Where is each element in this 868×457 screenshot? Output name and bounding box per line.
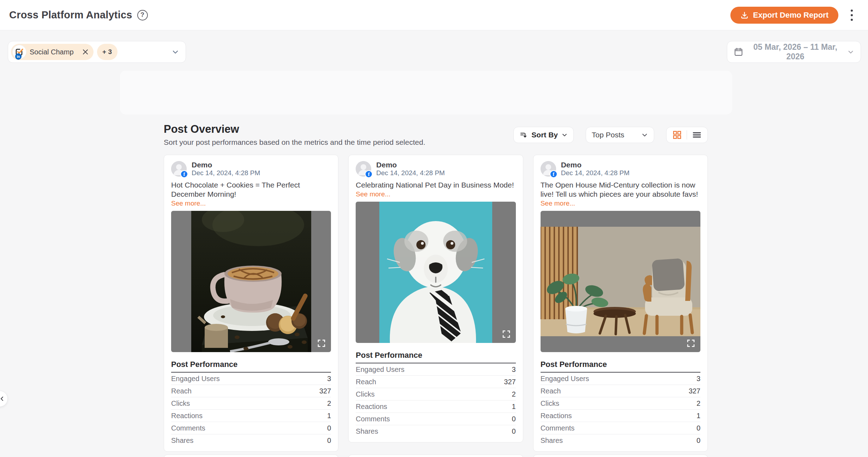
- avatar: f: [356, 161, 371, 177]
- metric-row: Reactions1: [171, 410, 331, 422]
- section-subtitle: Sort your post performances based on the…: [164, 138, 425, 147]
- avatar: f: [541, 161, 556, 177]
- post-text: The Open House Mid-Century collection is…: [541, 180, 700, 199]
- post-overview-section: Post Overview Sort your post performance…: [164, 123, 708, 457]
- view-toggle: [666, 127, 708, 143]
- date-range-value: 05 Mar, 2026 – 11 Mar, 2026: [748, 42, 842, 61]
- account-select[interactable]: in Social Champ + 3: [8, 41, 186, 63]
- see-more-link[interactable]: See more...: [541, 200, 575, 207]
- post-card: f Demo Dec 14, 2024, 4:28 PM Celebrating…: [348, 155, 523, 443]
- expand-icon[interactable]: [686, 339, 695, 348]
- scroll-left-button[interactable]: [0, 391, 8, 407]
- metric-row: Reach327: [171, 385, 331, 397]
- linkedin-badge-icon: in: [15, 53, 22, 60]
- dog-with-tie-photo: [379, 202, 492, 343]
- metric-row: Clicks2: [541, 397, 700, 410]
- remove-account-icon[interactable]: [82, 49, 89, 55]
- chevron-down-icon: [561, 132, 568, 138]
- expand-icon[interactable]: [502, 330, 511, 339]
- post-author: Demo: [192, 161, 260, 169]
- facebook-badge-icon: f: [550, 170, 557, 178]
- metric-row: Comments0: [541, 422, 700, 434]
- account-chip: in Social Champ: [11, 44, 94, 60]
- metric-row: Clicks2: [356, 388, 516, 400]
- post-timestamp: Dec 14, 2024, 4:28 PM: [376, 169, 445, 177]
- sort-icon: [519, 131, 528, 139]
- metrics-table: Engaged Users3 Reach327 Clicks2 Reaction…: [171, 373, 331, 446]
- post-card: f Demo Dec 14, 2024, 4:28 PM The Open Ho…: [533, 155, 708, 452]
- metric-row: Shares0: [356, 425, 516, 437]
- post-text: Celebrating National Pet Day in Business…: [356, 180, 516, 190]
- facebook-badge-icon: f: [365, 170, 373, 178]
- top-posts-select[interactable]: Top Posts: [586, 127, 654, 143]
- list-view-icon[interactable]: [692, 131, 702, 139]
- expand-icon[interactable]: [317, 339, 326, 348]
- see-more-link[interactable]: See more...: [171, 200, 206, 207]
- top-header: Cross Platform Analytics ? Export Demo R…: [0, 0, 868, 30]
- date-range-picker[interactable]: 05 Mar, 2026 – 11 Mar, 2026: [727, 41, 861, 63]
- account-chip-label: Social Champ: [30, 48, 74, 56]
- latte-and-cookies-photo: [191, 211, 311, 352]
- see-more-link[interactable]: See more...: [356, 190, 390, 198]
- page-title: Cross Platform Analytics: [9, 9, 132, 21]
- post-performance-title: Post Performance: [541, 360, 700, 373]
- metrics-table: Engaged Users3 Reach327 Clicks2 Reaction…: [356, 363, 516, 437]
- chevron-down-icon: [847, 48, 854, 55]
- post-text: Hot Chocolate + Cookies = The Perfect De…: [171, 180, 331, 199]
- metric-row: Shares0: [541, 434, 700, 446]
- post-timestamp: Dec 14, 2024, 4:28 PM: [192, 169, 260, 177]
- chart-placeholder: [120, 71, 732, 114]
- social-champ-logo-icon: in: [13, 45, 26, 59]
- metric-row: Reach327: [356, 376, 516, 388]
- post-card: f Demo Dec 14, 2024, 4:28 PM Hot Chocola…: [164, 155, 338, 452]
- post-card-partial: [348, 455, 523, 457]
- help-icon[interactable]: ?: [137, 10, 148, 20]
- post-image-container: [356, 202, 516, 343]
- post-cards-grid: f Demo Dec 14, 2024, 4:28 PM Hot Chocola…: [164, 155, 708, 457]
- metric-row: Reactions1: [541, 410, 700, 422]
- post-performance-title: Post Performance: [356, 351, 516, 363]
- filter-bar: in Social Champ + 3 05 Mar, 2026 – 11 Ma…: [0, 41, 868, 63]
- post-image-container: [541, 211, 700, 352]
- facebook-badge-icon: f: [180, 170, 188, 178]
- metric-row: Shares0: [171, 434, 331, 446]
- metric-row: Clicks2: [171, 397, 331, 410]
- post-card-partial: [533, 455, 708, 457]
- chevron-down-icon: [641, 131, 648, 138]
- post-image-container: [171, 211, 331, 352]
- export-demo-report-button[interactable]: Export Demo Report: [730, 7, 838, 24]
- metric-row: Reach327: [541, 385, 700, 397]
- calendar-icon: [734, 47, 743, 57]
- post-card-partial: [164, 455, 338, 457]
- post-timestamp: Dec 14, 2024, 4:28 PM: [561, 169, 629, 177]
- section-title: Post Overview: [164, 123, 425, 136]
- post-author: Demo: [561, 161, 629, 169]
- avatar: f: [171, 161, 187, 177]
- mid-century-room-photo: [541, 227, 700, 336]
- metric-row: Reactions1: [356, 400, 516, 413]
- metric-row: Comments0: [171, 422, 331, 434]
- metric-row: Engaged Users3: [541, 373, 700, 385]
- metric-row: Engaged Users3: [171, 373, 331, 385]
- metric-row: Engaged Users3: [356, 363, 516, 376]
- kebab-menu-icon[interactable]: [845, 7, 859, 24]
- download-icon: [740, 11, 749, 19]
- post-author: Demo: [376, 161, 445, 169]
- sort-by-button[interactable]: Sort By: [513, 127, 574, 143]
- metric-row: Comments0: [356, 413, 516, 425]
- metrics-table: Engaged Users3 Reach327 Clicks2 Reaction…: [541, 373, 700, 446]
- post-performance-title: Post Performance: [171, 360, 331, 373]
- chevron-down-icon: [171, 48, 179, 56]
- grid-view-icon[interactable]: [673, 130, 682, 140]
- more-accounts-badge[interactable]: + 3: [97, 44, 117, 60]
